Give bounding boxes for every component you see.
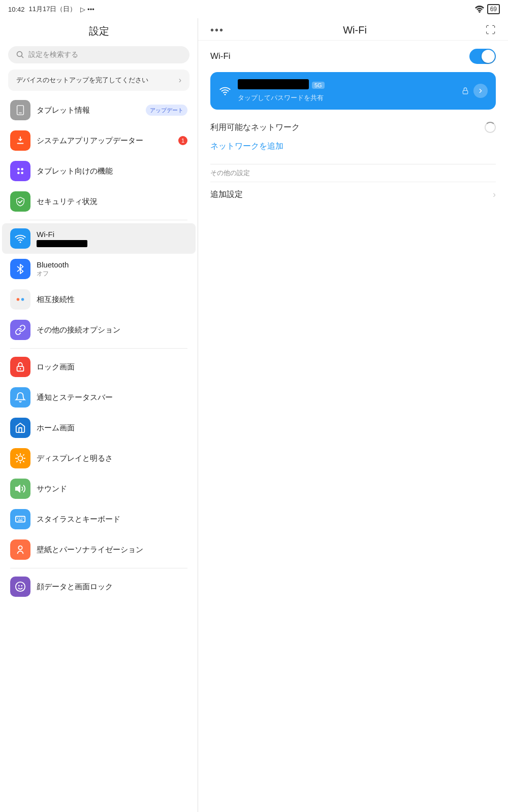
network-detail-button[interactable] [473,84,488,98]
home-screen-text: ホーム画面 [37,423,187,433]
security-icon [10,191,30,212]
svg-point-22 [18,546,22,550]
network-name-hidden [238,79,309,89]
svg-rect-27 [463,90,467,94]
svg-point-14 [18,456,22,461]
settings-item-wifi[interactable]: Wi-Fi [2,223,196,254]
search-icon [16,51,24,59]
lock-icon [461,87,469,95]
status-bar-right: 69 [475,4,500,14]
settings-item-other-connect[interactable]: その他の接続オプション [2,315,196,345]
wifi-toggle[interactable] [469,49,496,64]
setup-banner[interactable]: デバイスのセットアップを完了してください › [8,70,189,91]
svg-point-8 [21,172,23,175]
tablet-info-icon [10,100,30,120]
settings-item-interconnect[interactable]: 相互接続性 [2,284,196,315]
sound-title: サウンド [37,484,187,494]
wifi-icon [10,228,30,249]
time-display: 10:42 [8,6,25,13]
tablet-info-title: タブレット情報 [37,106,140,115]
available-networks-section: 利用可能なネットワーク [210,122,496,133]
settings-item-home-screen[interactable]: ホーム画面 [2,413,196,443]
connected-network[interactable]: 5G タップしてパスワードを共有 [210,72,496,110]
notifications-title: 通知とステータスバー [37,393,187,402]
settings-item-tablet-features[interactable]: タブレット向けの機能 [2,156,196,186]
additional-settings-text: 追加設定 [210,189,243,200]
settings-item-tablet-info[interactable]: タブレット情報 アップデート [2,95,196,125]
keyboard-title: スタイラスとキーボード [37,515,187,524]
wallpaper-text: 壁紙とパーソナライゼーション [37,545,187,555]
svg-point-5 [17,168,20,171]
svg-point-10 [17,298,20,301]
display-text: ディスプレイと明るさ [37,454,187,463]
right-panel: ••• Wi-Fi ⛶ Wi-Fi 5G [198,18,508,812]
settings-item-lock-screen[interactable]: ロック画面 [2,352,196,382]
network-band: 5G [312,82,325,89]
svg-point-11 [21,298,24,301]
settings-item-face-lock[interactable]: 顔データと画面ロック [2,571,196,602]
system-app-icon [10,130,30,151]
notifications-icon [10,387,30,408]
tablet-info-badge: アップデート [146,105,187,116]
svg-rect-3 [17,106,24,115]
main-layout: 設定 設定を検索する デバイスのセットアップを完了してください › タブレット情… [0,18,508,812]
sound-icon [10,479,30,499]
right-header-dots[interactable]: ••• [210,24,224,36]
expand-icon[interactable]: ⛶ [486,24,496,36]
settings-item-notifications[interactable]: 通知とステータスバー [2,382,196,413]
bluetooth-title: Bluetooth [37,260,187,269]
settings-item-sound[interactable]: サウンド [2,473,196,504]
svg-point-0 [479,12,480,13]
bluetooth-text: Bluetooth オフ [37,260,187,278]
wifi-item-sub [37,240,87,247]
face-lock-icon [10,577,30,597]
other-connect-title: その他の接続オプション [37,325,187,335]
additional-settings-row[interactable]: 追加設定 › [210,182,496,207]
system-app-title: システムアプリアップデーター [37,136,172,146]
security-text: セキュリティ状況 [37,197,187,207]
home-screen-icon [10,418,30,438]
media-controls: ▷ ••• [80,6,94,13]
notifications-text: 通知とステータスバー [37,393,187,402]
other-connect-text: その他の接続オプション [37,325,187,335]
svg-point-13 [20,368,21,369]
settings-item-security[interactable]: セキュリティ状況 [2,186,196,217]
display-title: ディスプレイと明るさ [37,454,187,463]
available-networks-label: 利用可能なネットワーク [210,122,300,133]
wifi-toggle-row: Wi-Fi [210,49,496,64]
svg-marker-15 [16,486,20,492]
settings-item-wallpaper[interactable]: 壁紙とパーソナライゼーション [2,534,196,565]
settings-item-keyboard[interactable]: スタイラスとキーボード [2,504,196,534]
wifi-toggle-label: Wi-Fi [210,51,231,61]
search-placeholder: 設定を検索する [28,50,78,59]
network-icons [461,84,488,98]
chevron-right-icon [477,87,484,94]
svg-point-9 [20,242,21,243]
svg-rect-16 [16,517,25,522]
face-lock-text: 顔データと画面ロック [37,582,187,592]
sound-text: サウンド [37,484,187,494]
setup-banner-text: デバイスのセットアップを完了してください [16,76,148,85]
settings-item-bluetooth[interactable]: Bluetooth オフ [2,254,196,284]
settings-item-system-app[interactable]: システムアプリアップデーター 1 [2,125,196,156]
keyboard-icon [10,509,30,529]
system-app-badge: 1 [178,136,187,145]
settings-item-display[interactable]: ディスプレイと明るさ [2,443,196,473]
settings-list: タブレット情報 アップデート システムアプリアップデーター 1 [0,95,198,602]
display-icon [10,448,30,468]
lock-screen-text: ロック画面 [37,362,187,372]
divider-2 [10,348,187,349]
wifi-item-text: Wi-Fi [37,230,187,247]
tablet-features-text: タブレット向けの機能 [37,166,187,176]
search-bar[interactable]: 設定を検索する [8,46,189,63]
interconnect-icon [10,289,30,310]
security-title: セキュリティ状況 [37,197,187,207]
home-screen-title: ホーム画面 [37,423,187,433]
tablet-features-title: タブレット向けの機能 [37,166,187,176]
loading-indicator [485,122,496,133]
add-network[interactable]: ネットワークを追加 [210,139,496,154]
svg-line-2 [22,56,24,58]
face-lock-title: 顔データと画面ロック [37,582,187,592]
svg-point-1 [17,52,22,57]
wallpaper-icon [10,539,30,560]
